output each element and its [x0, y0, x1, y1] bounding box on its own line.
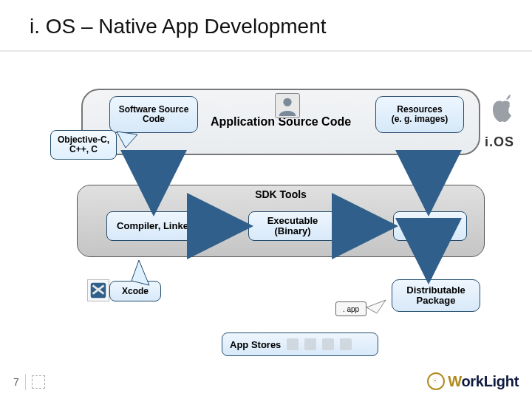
app-file-box: . app: [335, 301, 366, 316]
page-number: 7: [13, 374, 45, 390]
slide: i. OS – Native App Development Applicati…: [0, 0, 532, 399]
ios-label: i.OS: [485, 134, 514, 150]
worklight-w: W: [448, 373, 461, 389]
title-rule: [0, 50, 532, 52]
store-blackberry-icon: [322, 338, 334, 350]
software-source-code-box: Software Source Code: [109, 96, 198, 133]
store-windows-icon: [340, 338, 352, 350]
page-divider: [25, 374, 26, 390]
packager-box: Packager: [393, 211, 467, 241]
compiler-linker-box: Compiler, Linker: [106, 211, 202, 241]
app-stores-label: App Stores: [230, 339, 281, 350]
executable-binary-box: Executable (Binary): [248, 211, 337, 241]
xcode-app-icon: [87, 279, 109, 301]
avatar-icon: [275, 93, 300, 118]
worklight-rest: orkLight: [461, 373, 519, 389]
software-source-code-label: Software Source Code: [119, 105, 189, 124]
compiler-linker-label: Compiler, Linker: [117, 221, 192, 231]
app-stores-box: App Stores: [222, 332, 378, 356]
resources-label: Resources (e. g. images): [392, 105, 449, 124]
objective-c-label: Objective-C, C++, C: [58, 135, 109, 154]
distributable-package-label: Distributable Package: [406, 285, 465, 307]
executable-binary-label: Executable (Binary): [267, 216, 318, 237]
objective-c-box: Objective-C, C++, C: [50, 130, 117, 160]
store-android-icon: [304, 338, 316, 350]
worklight-logo: WorkLight: [427, 372, 519, 390]
store-apple-icon: [287, 338, 299, 350]
xcode-label: Xcode: [122, 286, 149, 296]
page-placeholder-icon: [32, 375, 45, 389]
xcode-box: Xcode: [109, 281, 161, 301]
resources-box: Resources (e. g. images): [375, 96, 464, 133]
sdk-tools-label: SDK Tools: [78, 188, 484, 200]
distributable-package-box: Distributable Package: [392, 279, 480, 312]
page-number-value: 7: [13, 376, 19, 388]
packager-label: Packager: [409, 221, 451, 231]
page-title: i. OS – Native App Development: [30, 15, 327, 38]
svg-point-0: [283, 98, 291, 106]
worklight-icon: [427, 372, 445, 390]
apple-logo-icon: [486, 87, 516, 132]
app-file-label: . app: [343, 305, 359, 313]
